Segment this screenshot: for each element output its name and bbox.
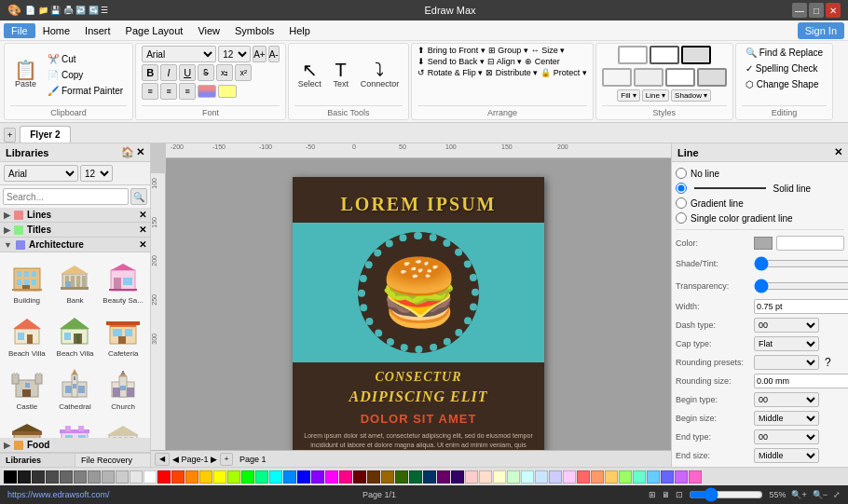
- color-swatch[interactable]: [171, 470, 185, 484]
- increase-font-btn[interactable]: A+: [253, 46, 267, 62]
- minimize-btn[interactable]: —: [792, 3, 807, 18]
- line-option-solid[interactable]: Solid line: [676, 181, 844, 196]
- style-6[interactable]: [665, 68, 695, 87]
- menu-file[interactable]: File: [4, 23, 35, 38]
- color-swatch[interactable]: [633, 470, 646, 484]
- lib-item-beauty[interactable]: Beauty Sa...: [100, 256, 146, 307]
- format-painter-button[interactable]: 🖌️Format Painter: [44, 84, 127, 98]
- menu-page-layout[interactable]: Page Layout: [118, 23, 191, 38]
- highlight-btn[interactable]: [218, 85, 237, 98]
- color-swatch[interactable]: [157, 470, 171, 484]
- color-swatch[interactable]: [130, 470, 143, 484]
- prev-page-btn[interactable]: ◀: [155, 453, 170, 466]
- arch-close-icon[interactable]: ✕: [139, 239, 146, 250]
- lib-section-food[interactable]: ▶ Food: [0, 438, 150, 453]
- color-swatch[interactable]: [325, 470, 338, 484]
- rounding-size-input[interactable]: [754, 374, 848, 388]
- rounding-presets-select[interactable]: [754, 355, 819, 370]
- lib-item-building[interactable]: Building: [4, 256, 50, 307]
- lib-item-castle[interactable]: Castle: [4, 362, 50, 414]
- cap-type-select[interactable]: Flat Round Square: [754, 336, 819, 351]
- color-swatch[interactable]: [423, 470, 436, 484]
- status-url[interactable]: https://www.edrawsoft.com/: [7, 490, 110, 499]
- align-btn[interactable]: ⊟ Align ▾: [487, 57, 523, 66]
- color-swatch[interactable]: [46, 470, 59, 484]
- right-panel-close-icon[interactable]: ✕: [834, 146, 842, 158]
- libraries-home-icon[interactable]: 🏠: [121, 146, 134, 158]
- color-swatch[interactable]: [591, 470, 604, 484]
- lib-section-architecture[interactable]: ▼ Architecture ✕: [0, 238, 150, 252]
- shadow-dropdown-btn[interactable]: Shadow ▾: [671, 89, 711, 102]
- change-shape-btn[interactable]: ⬡Change Shape: [742, 77, 827, 91]
- menu-symbols[interactable]: Symbols: [227, 23, 281, 38]
- color-swatch[interactable]: [754, 237, 773, 250]
- shade-tint-slider[interactable]: [754, 257, 848, 270]
- color-swatch[interactable]: [577, 470, 590, 484]
- color-swatch[interactable]: [451, 470, 464, 484]
- color-swatch[interactable]: [116, 470, 129, 484]
- color-swatch[interactable]: [74, 470, 87, 484]
- screen-icon[interactable]: 🖥: [662, 490, 670, 499]
- color-swatch[interactable]: [227, 470, 240, 484]
- color-swatch[interactable]: [535, 470, 548, 484]
- align-right-button[interactable]: ≡: [179, 83, 196, 100]
- transparency-slider[interactable]: [754, 279, 848, 293]
- style-5[interactable]: [634, 68, 663, 87]
- color-swatch[interactable]: [241, 470, 254, 484]
- lib-item-church[interactable]: Church: [100, 362, 146, 414]
- decrease-font-btn[interactable]: A-: [268, 46, 280, 62]
- tab-flyer2[interactable]: Flyer 2: [20, 126, 70, 143]
- libraries-close-icon[interactable]: ✕: [136, 146, 144, 158]
- close-btn[interactable]: ✕: [826, 3, 841, 18]
- begin-size-select[interactable]: Middle Small Large: [754, 411, 819, 426]
- color-swatch[interactable]: [549, 470, 562, 484]
- subscript-button[interactable]: x₂: [216, 64, 233, 81]
- fill-dropdown-btn[interactable]: Fill ▾: [617, 89, 639, 102]
- bold-button[interactable]: B: [142, 64, 158, 81]
- color-swatch[interactable]: [269, 470, 282, 484]
- rounding-help-icon[interactable]: ?: [825, 356, 831, 369]
- color-swatch[interactable]: [395, 470, 408, 484]
- end-size-select[interactable]: Middle Small Large: [754, 448, 819, 463]
- zoom-out-icon[interactable]: 🔍−: [813, 490, 827, 499]
- lib-item-beach-villa-2[interactable]: Beach Villa: [52, 309, 99, 361]
- menu-home[interactable]: Home: [35, 23, 77, 38]
- color-swatch[interactable]: [507, 470, 520, 484]
- find-replace-btn[interactable]: 🔍Find & Replace: [742, 46, 827, 60]
- color-swatch[interactable]: [339, 470, 352, 484]
- new-page-btn[interactable]: +: [4, 128, 16, 143]
- sign-in-button[interactable]: Sign In: [798, 22, 844, 39]
- color-swatch[interactable]: [367, 470, 380, 484]
- color-swatch[interactable]: [689, 470, 702, 484]
- flyer-document[interactable]: LOREM IPSUM 🍔 CONSECTUR ADIPISCING ELIT …: [293, 177, 544, 450]
- color-swatch[interactable]: [18, 470, 31, 484]
- lib-item-cafeteria[interactable]: Cafeteria: [100, 309, 146, 361]
- font-size-select[interactable]: 12: [218, 46, 251, 62]
- color-swatch[interactable]: [493, 470, 506, 484]
- color-swatch[interactable]: [647, 470, 660, 484]
- zoom-slider[interactable]: [689, 487, 763, 502]
- next-page-btn[interactable]: +: [220, 453, 233, 466]
- menu-insert[interactable]: Insert: [77, 23, 118, 38]
- color-input[interactable]: [776, 236, 844, 251]
- color-swatch[interactable]: [619, 470, 632, 484]
- rotate-flip-btn[interactable]: ↺ Rotate & Flip ▾: [417, 68, 483, 77]
- text-button[interactable]: T Text: [328, 58, 354, 91]
- libraries-tab[interactable]: Libraries: [0, 454, 75, 467]
- style-2[interactable]: [650, 46, 679, 64]
- color-swatch[interactable]: [199, 470, 212, 484]
- spell-check-btn[interactable]: ✓Spelling Check: [742, 61, 827, 75]
- menu-view[interactable]: View: [190, 23, 227, 38]
- font-family-select[interactable]: Arial: [142, 46, 216, 62]
- begin-type-select[interactable]: 00 → ▶: [754, 392, 819, 407]
- protect-btn[interactable]: 🔒 Protect ▾: [540, 68, 587, 77]
- group-btn[interactable]: ⊞ Group ▾: [488, 46, 528, 55]
- center-btn[interactable]: ⊕ Center: [525, 57, 560, 66]
- canvas-scroll-area[interactable]: LOREM IPSUM 🍔 CONSECTUR ADIPISCING ELIT …: [166, 158, 671, 450]
- size-btn[interactable]: ↔ Size ▾: [531, 46, 566, 55]
- line-option-no-line[interactable]: No line: [676, 166, 844, 181]
- color-swatch[interactable]: [409, 470, 422, 484]
- fit-icon[interactable]: ⊡: [676, 490, 683, 499]
- lib-section-titles[interactable]: ▶ Titles ✕: [0, 223, 150, 238]
- color-swatch[interactable]: [88, 470, 101, 484]
